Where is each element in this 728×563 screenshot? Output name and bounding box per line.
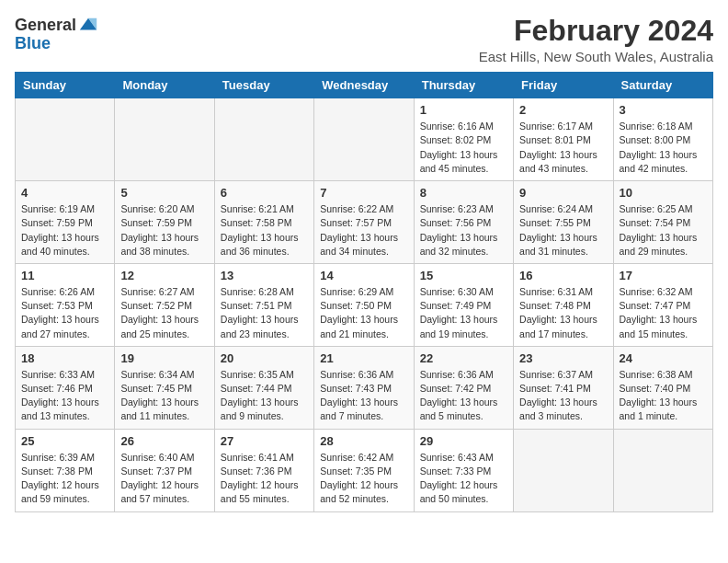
day-number: 6 <box>221 186 308 200</box>
calendar-cell: 24Sunrise: 6:38 AMSunset: 7:40 PMDayligh… <box>613 346 712 429</box>
page-title: February 2024 <box>479 15 713 47</box>
day-info: Sunrise: 6:21 AMSunset: 7:58 PMDaylight:… <box>221 202 308 259</box>
day-info: Sunrise: 6:28 AMSunset: 7:51 PMDaylight:… <box>221 285 308 341</box>
page-header: General Blue February 2024 East Hills, N… <box>15 15 713 64</box>
day-info: Sunrise: 6:17 AMSunset: 8:01 PMDaylight:… <box>519 120 607 176</box>
calendar-cell <box>16 98 115 181</box>
weekday-header: Monday <box>115 73 214 98</box>
calendar-cell: 28Sunrise: 6:42 AMSunset: 7:35 PMDayligh… <box>314 429 414 511</box>
day-info: Sunrise: 6:30 AMSunset: 7:49 PMDaylight:… <box>420 285 507 341</box>
calendar-cell <box>214 98 313 181</box>
calendar-week-row: 4Sunrise: 6:19 AMSunset: 7:59 PMDaylight… <box>16 181 713 264</box>
calendar-cell: 21Sunrise: 6:36 AMSunset: 7:43 PMDayligh… <box>314 346 414 429</box>
day-info: Sunrise: 6:40 AMSunset: 7:37 PMDaylight:… <box>120 451 208 507</box>
day-number: 17 <box>620 269 707 282</box>
page-subtitle: East Hills, New South Wales, Australia <box>479 49 713 64</box>
calendar-cell: 27Sunrise: 6:41 AMSunset: 7:36 PMDayligh… <box>214 429 313 511</box>
calendar-cell: 9Sunrise: 6:24 AMSunset: 7:55 PMDaylight… <box>514 181 613 264</box>
day-info: Sunrise: 6:24 AMSunset: 7:55 PMDaylight:… <box>519 202 607 259</box>
day-number: 20 <box>221 351 308 365</box>
calendar-week-row: 25Sunrise: 6:39 AMSunset: 7:38 PMDayligh… <box>16 429 713 511</box>
weekday-header: Wednesday <box>314 73 414 98</box>
day-info: Sunrise: 6:20 AMSunset: 7:59 PMDaylight:… <box>120 202 208 259</box>
day-info: Sunrise: 6:42 AMSunset: 7:35 PMDaylight:… <box>320 451 407 507</box>
calendar-week-row: 11Sunrise: 6:26 AMSunset: 7:53 PMDayligh… <box>16 263 713 346</box>
day-number: 8 <box>420 186 507 200</box>
logo-blue: Blue <box>15 34 51 52</box>
day-number: 29 <box>420 434 507 448</box>
day-number: 18 <box>21 351 108 365</box>
day-info: Sunrise: 6:33 AMSunset: 7:46 PMDaylight:… <box>21 368 108 424</box>
calendar-cell: 17Sunrise: 6:32 AMSunset: 7:47 PMDayligh… <box>613 263 712 346</box>
day-info: Sunrise: 6:16 AMSunset: 8:02 PMDaylight:… <box>420 120 507 176</box>
calendar-cell: 16Sunrise: 6:31 AMSunset: 7:48 PMDayligh… <box>514 263 613 346</box>
day-info: Sunrise: 6:39 AMSunset: 7:38 PMDaylight:… <box>21 451 108 507</box>
day-number: 27 <box>221 434 308 448</box>
day-info: Sunrise: 6:32 AMSunset: 7:47 PMDaylight:… <box>620 285 707 341</box>
day-number: 13 <box>221 269 308 282</box>
calendar-cell: 11Sunrise: 6:26 AMSunset: 7:53 PMDayligh… <box>16 263 115 346</box>
calendar-cell <box>115 98 214 181</box>
day-number: 7 <box>320 186 407 200</box>
calendar-cell: 19Sunrise: 6:34 AMSunset: 7:45 PMDayligh… <box>115 346 214 429</box>
day-info: Sunrise: 6:27 AMSunset: 7:52 PMDaylight:… <box>120 285 208 341</box>
day-info: Sunrise: 6:43 AMSunset: 7:33 PMDaylight:… <box>420 451 507 507</box>
calendar-cell <box>314 98 414 181</box>
day-number: 22 <box>420 351 507 365</box>
calendar-cell: 26Sunrise: 6:40 AMSunset: 7:37 PMDayligh… <box>115 429 214 511</box>
day-info: Sunrise: 6:38 AMSunset: 7:40 PMDaylight:… <box>620 368 707 424</box>
weekday-header: Friday <box>514 73 613 98</box>
calendar-header-row: SundayMondayTuesdayWednesdayThursdayFrid… <box>16 73 713 98</box>
day-info: Sunrise: 6:34 AMSunset: 7:45 PMDaylight:… <box>120 368 208 424</box>
day-number: 24 <box>620 351 707 365</box>
day-number: 10 <box>620 186 707 200</box>
day-number: 28 <box>320 434 407 448</box>
calendar-cell: 18Sunrise: 6:33 AMSunset: 7:46 PMDayligh… <box>16 346 115 429</box>
calendar-cell: 3Sunrise: 6:18 AMSunset: 8:00 PMDaylight… <box>613 98 712 181</box>
calendar-cell: 15Sunrise: 6:30 AMSunset: 7:49 PMDayligh… <box>414 263 513 346</box>
calendar-cell: 14Sunrise: 6:29 AMSunset: 7:50 PMDayligh… <box>314 263 414 346</box>
day-number: 5 <box>120 186 208 200</box>
day-number: 16 <box>519 269 607 282</box>
logo-general: General <box>15 17 76 33</box>
logo: General Blue <box>15 15 98 52</box>
day-number: 2 <box>519 103 607 117</box>
calendar-cell: 23Sunrise: 6:37 AMSunset: 7:41 PMDayligh… <box>514 346 613 429</box>
title-block: February 2024 East Hills, New South Wale… <box>479 15 713 64</box>
day-info: Sunrise: 6:31 AMSunset: 7:48 PMDaylight:… <box>519 285 607 341</box>
weekday-header: Sunday <box>16 73 115 98</box>
day-number: 21 <box>320 351 407 365</box>
weekday-header: Thursday <box>414 73 513 98</box>
day-number: 14 <box>320 269 407 282</box>
logo-icon <box>78 15 98 35</box>
calendar-cell <box>613 429 712 511</box>
calendar-cell: 13Sunrise: 6:28 AMSunset: 7:51 PMDayligh… <box>214 263 313 346</box>
day-info: Sunrise: 6:22 AMSunset: 7:57 PMDaylight:… <box>320 202 407 259</box>
calendar-cell <box>514 429 613 511</box>
calendar-cell: 7Sunrise: 6:22 AMSunset: 7:57 PMDaylight… <box>314 181 414 264</box>
weekday-header: Tuesday <box>214 73 313 98</box>
day-number: 11 <box>21 269 108 282</box>
calendar-cell: 20Sunrise: 6:35 AMSunset: 7:44 PMDayligh… <box>214 346 313 429</box>
day-number: 19 <box>120 351 208 365</box>
calendar-cell: 25Sunrise: 6:39 AMSunset: 7:38 PMDayligh… <box>16 429 115 511</box>
day-info: Sunrise: 6:35 AMSunset: 7:44 PMDaylight:… <box>221 368 308 424</box>
calendar-cell: 10Sunrise: 6:25 AMSunset: 7:54 PMDayligh… <box>613 181 712 264</box>
day-info: Sunrise: 6:25 AMSunset: 7:54 PMDaylight:… <box>620 202 707 259</box>
day-number: 3 <box>620 103 707 117</box>
calendar-cell: 1Sunrise: 6:16 AMSunset: 8:02 PMDaylight… <box>414 98 513 181</box>
calendar-cell: 5Sunrise: 6:20 AMSunset: 7:59 PMDaylight… <box>115 181 214 264</box>
calendar-table: SundayMondayTuesdayWednesdayThursdayFrid… <box>15 72 713 511</box>
calendar-cell: 2Sunrise: 6:17 AMSunset: 8:01 PMDaylight… <box>514 98 613 181</box>
calendar-cell: 12Sunrise: 6:27 AMSunset: 7:52 PMDayligh… <box>115 263 214 346</box>
day-info: Sunrise: 6:29 AMSunset: 7:50 PMDaylight:… <box>320 285 407 341</box>
day-number: 25 <box>21 434 108 448</box>
calendar-week-row: 18Sunrise: 6:33 AMSunset: 7:46 PMDayligh… <box>16 346 713 429</box>
calendar-cell: 22Sunrise: 6:36 AMSunset: 7:42 PMDayligh… <box>414 346 513 429</box>
weekday-header: Saturday <box>613 73 712 98</box>
day-info: Sunrise: 6:36 AMSunset: 7:42 PMDaylight:… <box>420 368 507 424</box>
day-number: 23 <box>519 351 607 365</box>
calendar-week-row: 1Sunrise: 6:16 AMSunset: 8:02 PMDaylight… <box>16 98 713 181</box>
day-info: Sunrise: 6:26 AMSunset: 7:53 PMDaylight:… <box>21 285 108 341</box>
day-info: Sunrise: 6:37 AMSunset: 7:41 PMDaylight:… <box>519 368 607 424</box>
